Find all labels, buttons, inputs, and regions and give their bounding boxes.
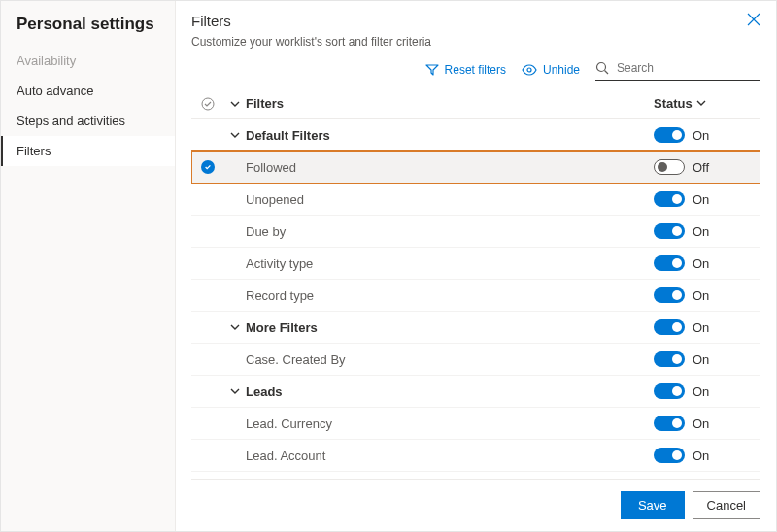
sidebar: Personal settings AvailabilityAuto advan…	[1, 1, 176, 531]
status-toggle[interactable]	[654, 351, 685, 367]
status-toggle[interactable]	[654, 383, 685, 399]
chevron-down-icon	[230, 384, 240, 399]
row-label: Record type	[246, 288, 654, 303]
filter-rows: Default FiltersOnFollowedOffUnopenedOnDu…	[191, 119, 760, 479]
row-label: Activity type	[246, 256, 654, 271]
row-label: Due by	[246, 224, 654, 239]
sidebar-item-steps-and-activities[interactable]: Steps and activities	[1, 106, 175, 136]
row-status: On	[654, 191, 760, 207]
search-wrap[interactable]	[595, 58, 760, 81]
row-label: Default Filters	[246, 128, 654, 143]
filter-row[interactable]: UnopenedOn	[191, 183, 760, 216]
status-label: On	[693, 288, 709, 303]
cancel-button[interactable]: Cancel	[693, 491, 760, 519]
row-label: Followed	[246, 160, 654, 175]
row-expand-toggle[interactable]	[224, 320, 246, 335]
svg-line-2	[605, 71, 609, 75]
filter-icon	[425, 64, 439, 76]
page-title: Filters	[191, 13, 747, 29]
svg-point-1	[597, 63, 606, 72]
search-icon	[595, 61, 609, 75]
status-label: On	[693, 449, 709, 463]
filter-row[interactable]: Lead. CurrencyOn	[191, 408, 760, 440]
status-toggle[interactable]	[654, 319, 685, 335]
search-input[interactable]	[615, 60, 731, 76]
close-icon[interactable]	[747, 13, 760, 26]
status-label: On	[693, 352, 709, 367]
status-toggle[interactable]	[654, 191, 685, 207]
filter-row[interactable]: Case. Created ByOn	[191, 344, 760, 376]
svg-point-0	[527, 68, 531, 72]
save-button[interactable]: Save	[621, 491, 685, 519]
row-label: Leads	[246, 384, 654, 399]
unhide-label: Unhide	[543, 63, 580, 77]
row-status: On	[654, 448, 760, 463]
status-label: On	[693, 320, 709, 335]
row-status: On	[654, 287, 760, 303]
row-status: On	[654, 383, 760, 399]
status-toggle[interactable]	[654, 223, 685, 239]
row-status: On	[654, 127, 760, 143]
chevron-down-icon	[230, 320, 240, 335]
column-filters-label: Filters	[246, 96, 654, 111]
row-status: On	[654, 223, 760, 239]
row-label: Case. Created By	[246, 352, 654, 367]
checkmark-icon	[201, 160, 215, 174]
sidebar-title: Personal settings	[1, 15, 175, 46]
status-label: On	[693, 256, 709, 271]
footer: Save Cancel	[191, 479, 760, 531]
row-label: More Filters	[246, 320, 654, 335]
header-expand-toggle[interactable]	[224, 99, 246, 109]
status-toggle[interactable]	[654, 159, 685, 175]
sidebar-item-auto-advance[interactable]: Auto advance	[1, 76, 175, 106]
status-label: Off	[693, 160, 709, 175]
row-status: On	[654, 255, 760, 271]
sidebar-nav: AvailabilityAuto advanceSteps and activi…	[1, 46, 175, 166]
status-label: On	[693, 192, 709, 207]
page-subtitle: Customize your worklist's sort and filte…	[191, 35, 760, 49]
row-label: Unopened	[246, 192, 654, 207]
actions-bar: Reset filters Unhide	[191, 58, 760, 81]
header-select-all[interactable]	[191, 97, 224, 111]
filter-row[interactable]: FollowedOff	[191, 151, 760, 183]
filter-row[interactable]: Activity typeOn	[191, 248, 760, 280]
status-toggle[interactable]	[654, 287, 685, 303]
filter-row[interactable]: More FiltersOn	[191, 312, 760, 344]
row-expand-toggle[interactable]	[224, 128, 246, 143]
status-toggle[interactable]	[654, 448, 685, 463]
column-status[interactable]: Status	[654, 96, 760, 111]
reset-filters-link[interactable]: Reset filters	[425, 63, 506, 77]
column-status-label: Status	[654, 96, 693, 111]
status-label: On	[693, 416, 709, 431]
status-label: On	[693, 384, 709, 399]
row-status: On	[654, 416, 760, 431]
row-status: On	[654, 319, 760, 335]
filter-row[interactable]: Default FiltersOn	[191, 119, 760, 151]
row-expand-toggle[interactable]	[224, 384, 246, 399]
unhide-link[interactable]: Unhide	[522, 63, 580, 77]
status-toggle[interactable]	[654, 255, 685, 271]
sidebar-item-filters[interactable]: Filters	[1, 136, 175, 166]
row-status: On	[654, 351, 760, 367]
row-status: Off	[654, 159, 760, 175]
chevron-down-icon	[230, 128, 240, 143]
status-label: On	[693, 224, 709, 239]
row-checkbox[interactable]	[191, 160, 224, 174]
chevron-down-icon	[696, 96, 706, 111]
table-header: Filters Status	[191, 88, 760, 119]
row-label: Lead. Account	[246, 449, 654, 463]
row-label: Lead. Currency	[246, 416, 654, 431]
filter-row[interactable]: Due byOn	[191, 216, 760, 248]
reset-filters-label: Reset filters	[445, 63, 506, 77]
status-toggle[interactable]	[654, 127, 685, 143]
status-label: On	[693, 128, 709, 143]
eye-icon	[522, 64, 537, 76]
main-panel: Filters Customize your worklist's sort a…	[176, 1, 776, 531]
filter-row[interactable]: Record typeOn	[191, 280, 760, 312]
svg-point-3	[202, 98, 214, 110]
filter-row[interactable]: LeadsOn	[191, 376, 760, 408]
filter-row[interactable]: Lead. AccountOn	[191, 440, 760, 472]
status-toggle[interactable]	[654, 416, 685, 431]
sidebar-item-availability: Availability	[1, 46, 175, 76]
